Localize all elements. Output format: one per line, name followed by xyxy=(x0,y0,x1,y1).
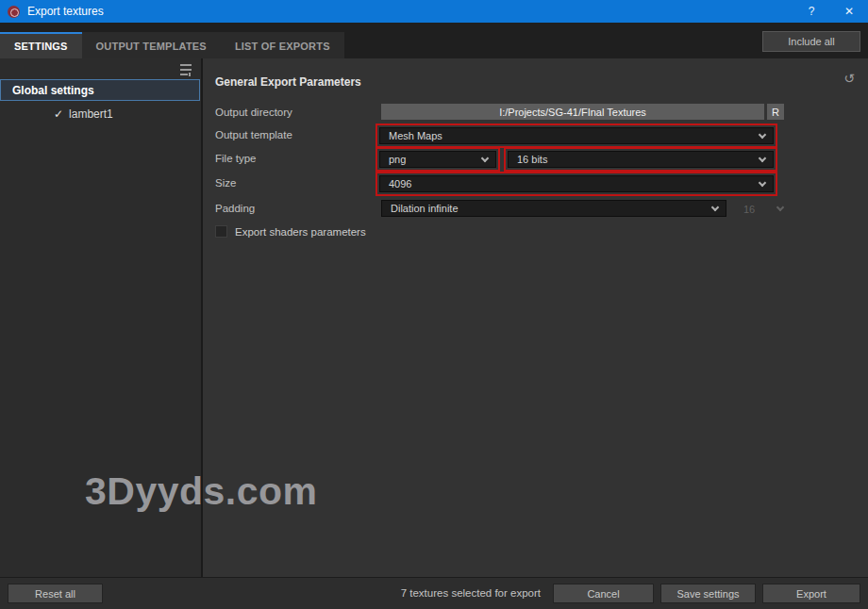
tab-bar: SETTINGS OUTPUT TEMPLATES LIST OF EXPORT… xyxy=(0,23,868,58)
sidebar-item-lambert1[interactable]: ✓ lambert1 xyxy=(0,104,200,123)
close-button[interactable]: ✕ xyxy=(830,0,868,23)
highlight-box-output-template: Mesh Maps xyxy=(376,123,777,148)
padding-value: Dilation infinite xyxy=(391,203,459,214)
padding-size-dropdown-disabled: 16 xyxy=(743,202,787,217)
bit-depth-dropdown[interactable]: 16 bits xyxy=(508,151,774,168)
file-type-row: File type png 16 bits xyxy=(202,150,868,171)
sidebar-divider xyxy=(201,58,203,577)
size-dropdown[interactable]: 4096 xyxy=(379,175,774,192)
titlebar: Export textures ? ✕ xyxy=(0,0,868,23)
app-logo-icon xyxy=(8,6,20,18)
footer-bar: Reset all 7 textures selected for export… xyxy=(0,577,868,609)
output-directory-r-button[interactable]: R xyxy=(767,104,784,120)
export-shaders-row: Export shaders parameters xyxy=(215,225,366,238)
output-directory-row: Output directory I:/Projects/SG-41/FInal… xyxy=(202,104,868,124)
padding-size-value: 16 xyxy=(743,204,755,215)
sidebar-item-label: Global settings xyxy=(12,84,94,97)
output-directory-field[interactable]: I:/Projects/SG-41/FInal Textures xyxy=(381,104,764,120)
export-shaders-checkbox[interactable] xyxy=(215,225,227,238)
export-status-text: 7 textures selected for export xyxy=(401,587,541,599)
check-icon: ✓ xyxy=(54,107,63,121)
output-template-dropdown[interactable]: Mesh Maps xyxy=(379,127,774,144)
padding-row: Padding Dilation infinite 16 xyxy=(202,200,868,221)
chevron-down-icon xyxy=(759,155,766,162)
chevron-down-icon xyxy=(776,204,784,211)
help-button[interactable]: ? xyxy=(793,0,830,23)
tab-list-of-exports[interactable]: LIST OF EXPORTS xyxy=(221,32,344,58)
size-label: Size xyxy=(215,177,236,189)
bit-depth-value: 16 bits xyxy=(517,154,547,165)
padding-label: Padding xyxy=(215,203,255,214)
output-directory-label: Output directory xyxy=(215,107,292,118)
chevron-down-icon xyxy=(759,179,766,187)
tab-settings[interactable]: SETTINGS xyxy=(0,32,82,58)
save-settings-button[interactable]: Save settings xyxy=(660,584,756,603)
file-format-value: png xyxy=(389,154,406,165)
include-all-button[interactable]: Include all xyxy=(762,31,860,52)
highlight-box-size: 4096 xyxy=(376,172,777,196)
size-value: 4096 xyxy=(389,178,411,189)
file-format-dropdown[interactable]: png xyxy=(379,151,496,168)
file-type-label: File type xyxy=(215,153,256,164)
size-row: Size 4096 xyxy=(202,174,868,195)
chevron-down-icon xyxy=(759,131,766,139)
reset-all-button[interactable]: Reset all xyxy=(8,584,103,603)
export-shaders-label: Export shaders parameters xyxy=(235,226,366,238)
section-title: General Export Parameters xyxy=(215,75,361,89)
export-button[interactable]: Export xyxy=(762,584,860,603)
output-template-row: Output template Mesh Maps xyxy=(202,126,868,147)
padding-dropdown[interactable]: Dilation infinite xyxy=(381,200,726,217)
window-title: Export textures xyxy=(27,5,104,18)
filter-icon[interactable] xyxy=(178,63,193,76)
cancel-button[interactable]: Cancel xyxy=(553,584,654,603)
tab-output-templates[interactable]: OUTPUT TEMPLATES xyxy=(82,32,221,58)
output-template-label: Output template xyxy=(215,129,292,140)
reset-section-icon[interactable]: ↺ xyxy=(843,72,855,85)
chevron-down-icon xyxy=(711,204,719,211)
output-template-value: Mesh Maps xyxy=(389,130,442,141)
sidebar-item-global-settings[interactable]: Global settings xyxy=(0,79,200,101)
highlight-box-bit-depth: 16 bits xyxy=(504,147,777,172)
highlight-box-file-format: png xyxy=(376,147,500,172)
chevron-down-icon xyxy=(481,155,489,162)
tabs: SETTINGS OUTPUT TEMPLATES LIST OF EXPORT… xyxy=(0,32,344,58)
sidebar-item-label: lambert1 xyxy=(69,107,113,121)
